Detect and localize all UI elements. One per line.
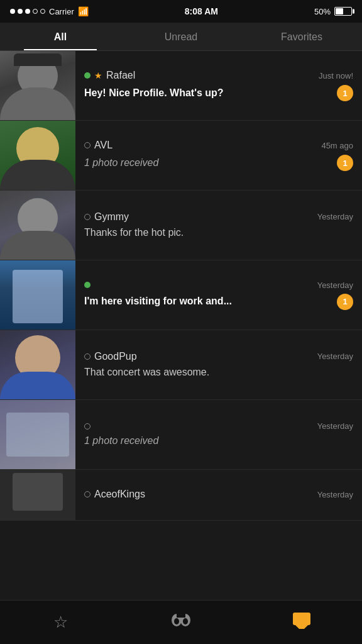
tab-favorites[interactable]: Favorites (241, 23, 362, 50)
message-content: Gymmy Yesterday Thanks for the hot pic. (75, 191, 362, 260)
avatar (0, 260, 75, 330)
message-content: AceofKings Yesterday (75, 470, 362, 520)
message-timestamp: Yesterday (317, 352, 353, 361)
signal-dots (10, 9, 45, 14)
message-content: GoodPup Yesterday That concert was aweso… (75, 330, 362, 399)
status-bar: Carrier 📶 8:08 AM 50% (0, 0, 362, 23)
spacer (0, 521, 362, 565)
message-preview: 1 photo received (84, 157, 158, 170)
avatar (0, 330, 75, 399)
battery-fill (336, 8, 343, 14)
message-row2: Hey! Nice Profile. What's up? 1 (84, 85, 353, 101)
svg-point-4 (183, 618, 188, 625)
message-header: AVL 45m ago (84, 140, 353, 151)
sender-name: Gymmy (94, 211, 129, 223)
message-row2: That concert was awesome. (84, 366, 353, 379)
message-preview: That concert was awesome. (84, 366, 209, 379)
nav-favorites[interactable]: ☆ (0, 601, 121, 644)
wifi-icon: 📶 (78, 6, 89, 16)
message-item[interactable]: Yesterday 1 photo received (0, 400, 362, 470)
mask-icon (171, 611, 191, 633)
sender-info: AceofKings (84, 489, 145, 500)
message-content: ★ Rafael Just now! Hey! Nice Profile. Wh… (75, 51, 362, 120)
nav-grid[interactable] (121, 601, 241, 644)
message-item[interactable]: GoodPup Yesterday That concert was aweso… (0, 330, 362, 400)
message-content: AVL 45m ago 1 photo received 1 (75, 121, 362, 190)
dot4 (33, 9, 38, 14)
dot1 (10, 9, 15, 14)
avatar-image (0, 400, 75, 469)
unread-badge: 1 (337, 85, 353, 101)
online-status-dot (84, 142, 90, 148)
sender-info: GoodPup (84, 351, 137, 362)
unread-badge: 1 (337, 155, 353, 171)
svg-point-3 (174, 618, 179, 625)
avatar-image (0, 121, 75, 190)
battery-icon (334, 7, 352, 16)
sender-info: AVL (84, 140, 112, 151)
message-item[interactable]: AceofKings Yesterday (0, 470, 362, 521)
bottom-nav: ☆ (0, 600, 362, 644)
message-preview: Thanks for the hot pic. (84, 226, 184, 240)
sender-info: ★ Rafael (84, 70, 135, 81)
message-timestamp: 45m ago (321, 141, 353, 150)
avatar (0, 51, 75, 120)
sender-name: AceofKings (94, 489, 145, 500)
message-header: Gymmy Yesterday (84, 211, 353, 223)
online-status-dot (84, 353, 90, 360)
message-item[interactable]: ★ Rafael Just now! Hey! Nice Profile. Wh… (0, 51, 362, 121)
avatar (0, 470, 75, 520)
online-status-dot (84, 423, 90, 430)
message-item[interactable]: Gymmy Yesterday Thanks for the hot pic. (0, 191, 362, 260)
carrier-label: Carrier (49, 7, 74, 16)
dot3 (25, 9, 30, 14)
online-status-dot (84, 214, 90, 220)
message-row2: 1 photo received (84, 435, 353, 448)
tab-unread[interactable]: Unread (121, 23, 241, 50)
avatar-image (0, 470, 75, 520)
sender-name: GoodPup (94, 351, 137, 362)
status-right: 50% (314, 7, 352, 16)
message-header: ★ Rafael Just now! (84, 70, 353, 81)
message-preview: 1 photo received (84, 435, 158, 448)
sender-info (84, 282, 90, 288)
avatar-image (0, 260, 75, 330)
message-list: ★ Rafael Just now! Hey! Nice Profile. Wh… (0, 51, 362, 521)
message-item[interactable]: AVL 45m ago 1 photo received 1 (0, 121, 362, 191)
status-left: Carrier 📶 (10, 6, 89, 16)
messages-icon (292, 611, 312, 633)
message-row2: 1 photo received 1 (84, 155, 353, 171)
message-header: GoodPup Yesterday (84, 351, 353, 362)
avatar-image (0, 51, 75, 120)
avatar-image (0, 191, 75, 260)
message-timestamp: Yesterday (317, 490, 353, 499)
unread-badge: 1 (337, 294, 353, 310)
dot5 (40, 9, 45, 14)
tab-bar: All Unread Favorites (0, 23, 362, 51)
dot2 (18, 9, 23, 14)
online-status-dot (84, 282, 90, 288)
message-item[interactable]: Yesterday I'm here visiting for work and… (0, 260, 362, 330)
tab-all[interactable]: All (0, 23, 121, 50)
message-content: Yesterday 1 photo received (75, 400, 362, 469)
star-icon: ★ (94, 70, 102, 80)
message-content: Yesterday I'm here visiting for work and… (75, 260, 362, 330)
svg-rect-2 (177, 614, 185, 618)
time-display: 8:08 AM (185, 6, 218, 16)
avatar (0, 121, 75, 190)
avatar (0, 400, 75, 469)
sender-info: Gymmy (84, 211, 129, 223)
message-header: AceofKings Yesterday (84, 489, 353, 500)
message-header: Yesterday (84, 280, 353, 290)
message-row2: Thanks for the hot pic. (84, 226, 353, 240)
nav-messages[interactable] (241, 601, 362, 644)
sender-name: Rafael (106, 70, 135, 81)
message-row2: I'm here visiting for work and... 1 (84, 294, 353, 310)
online-status-dot (84, 491, 90, 497)
online-status-dot (84, 72, 90, 79)
sender-name: AVL (94, 140, 112, 151)
message-preview: Hey! Nice Profile. What's up? (84, 87, 224, 100)
avatar-image (0, 330, 75, 399)
message-timestamp: Yesterday (317, 280, 353, 290)
message-timestamp: Yesterday (317, 212, 353, 221)
